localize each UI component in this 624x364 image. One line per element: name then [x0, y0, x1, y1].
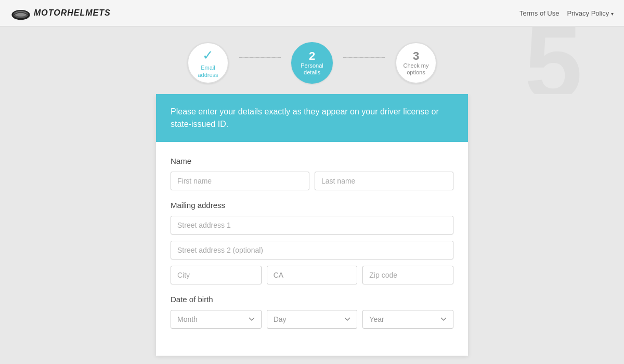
privacy-link[interactable]: Privacy Policy ▾ [567, 9, 614, 17]
steps-section: 5 ✓ Emailaddress 2 Personaldetails [0, 27, 624, 94]
city-state-zip-row [171, 266, 453, 284]
step-connector-1-2 [239, 57, 281, 58]
step-3-number: 3 [413, 50, 419, 62]
terms-link[interactable]: Terms of Use [519, 9, 560, 17]
logo-icon [10, 5, 31, 21]
year-select[interactable]: Year 20052004200320022001200019991998199… [362, 310, 453, 329]
form-body: Name Mailing address [156, 142, 468, 356]
street1-row [171, 216, 453, 235]
step-2-number: 2 [309, 50, 315, 62]
privacy-link-text: Privacy Policy [567, 9, 609, 17]
steps-container: ✓ Emailaddress 2 Personaldetails 3 Check [177, 42, 447, 84]
step-1-label: Emailaddress [198, 64, 218, 78]
mailing-section: Mailing address [171, 201, 453, 284]
logo-text: Motorhelmets [34, 8, 111, 18]
street-address-2-input[interactable] [171, 241, 453, 259]
step-1: ✓ Emailaddress [177, 42, 239, 84]
city-input[interactable] [171, 266, 262, 284]
main-content: Please enter your details exactly as the… [0, 94, 624, 364]
step-1-check-icon: ✓ [202, 47, 214, 63]
privacy-dropdown-arrow: ▾ [611, 11, 614, 17]
logo: Motorhelmets [10, 5, 111, 21]
step-1-circle: ✓ Emailaddress [187, 42, 229, 84]
steps-bg: ✓ Emailaddress 2 Personaldetails 3 Check [0, 27, 624, 94]
header: Motorhelmets Terms of Use Privacy Policy… [0, 0, 624, 27]
step-connector-2-3 [343, 57, 385, 58]
dob-label: Date of birth [171, 295, 453, 304]
day-select[interactable]: Day 123456789101112131415161718192021222… [267, 310, 358, 329]
header-links: Terms of Use Privacy Policy ▾ [519, 9, 614, 17]
street2-row [171, 241, 453, 259]
street-address-1-input[interactable] [171, 216, 453, 235]
form-card: Please enter your details exactly as the… [156, 94, 468, 356]
mailing-label: Mailing address [171, 201, 453, 210]
name-label: Name [171, 157, 453, 165]
step-2: 2 Personaldetails [281, 42, 343, 84]
last-name-input[interactable] [315, 172, 453, 190]
banner-text: Please enter your details exactly as the… [171, 107, 439, 128]
first-name-input[interactable] [171, 172, 309, 190]
state-input[interactable] [267, 266, 358, 284]
name-section: Name [171, 157, 453, 190]
step-3-label: Check myoptions [404, 62, 429, 76]
name-row [171, 172, 453, 190]
form-banner: Please enter your details exactly as the… [156, 94, 468, 142]
step-3: 3 Check myoptions [385, 42, 447, 84]
step-3-circle: 3 Check myoptions [395, 42, 437, 84]
zip-input[interactable] [362, 266, 453, 284]
dob-row: Month January February March April May J… [171, 310, 453, 329]
step-2-label: Personaldetails [301, 62, 323, 76]
dob-section: Date of birth Month January February Mar… [171, 295, 453, 329]
step-2-circle: 2 Personaldetails [291, 42, 333, 84]
month-select[interactable]: Month January February March April May J… [171, 310, 262, 329]
